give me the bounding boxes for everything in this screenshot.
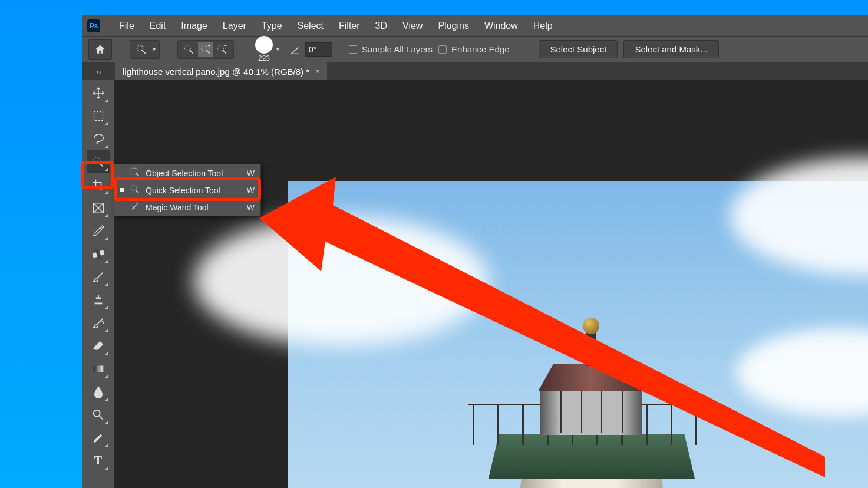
new-selection-icon[interactable]	[181, 42, 197, 57]
home-icon	[94, 44, 106, 55]
home-button[interactable]	[88, 39, 112, 60]
object-selection-icon	[130, 167, 140, 179]
menu-select[interactable]: Select	[291, 18, 331, 34]
angle-icon	[289, 43, 302, 56]
menu-window[interactable]: Window	[477, 18, 525, 34]
pen-tool[interactable]	[87, 426, 110, 449]
flyout-quick-selection[interactable]: Quick Selection Tool W	[114, 182, 260, 199]
chevron-down-icon: ▾	[153, 46, 156, 52]
flyout-label: Quick Selection Tool	[146, 186, 242, 195]
brush-size-label: 223	[258, 54, 270, 62]
tools-panel: T	[82, 80, 114, 488]
menu-view[interactable]: View	[395, 18, 430, 34]
menu-bar: Ps File Edit Image Layer Type Select Fil…	[82, 15, 868, 36]
expand-panels-handle[interactable]: ››	[82, 62, 115, 80]
menu-type[interactable]: Type	[255, 18, 289, 34]
enhance-edge-label: Enhance Edge	[451, 44, 509, 54]
flyout-label: Magic Wand Tool	[146, 203, 242, 212]
dodge-tool[interactable]	[87, 403, 110, 426]
close-tab-icon[interactable]: ×	[315, 67, 320, 76]
svg-rect-4	[94, 111, 103, 120]
eyedropper-tool[interactable]	[87, 219, 110, 242]
eraser-tool[interactable]	[87, 334, 110, 357]
options-bar: ▾ 223 ▾ Sample All Layers Enhance Edg	[82, 36, 868, 62]
history-brush-tool[interactable]	[87, 311, 110, 334]
blur-tool[interactable]	[87, 380, 110, 403]
menu-file[interactable]: File	[112, 18, 141, 34]
magic-wand-icon	[130, 201, 140, 213]
checkbox-icon	[438, 45, 447, 54]
flyout-object-selection[interactable]: Object Selection Tool W	[114, 164, 260, 182]
menu-layer[interactable]: Layer	[216, 18, 253, 34]
crop-tool[interactable]	[87, 173, 110, 196]
add-to-selection-icon[interactable]	[198, 42, 213, 57]
brush-preview-icon	[255, 36, 273, 54]
svg-rect-9	[93, 365, 103, 372]
gradient-tool[interactable]	[87, 357, 110, 380]
flyout-shortcut: W	[247, 203, 255, 212]
spot-healing-tool[interactable]	[87, 242, 110, 265]
active-indicator-icon	[120, 188, 124, 192]
brush-tool[interactable]	[87, 265, 110, 288]
document-title: lighthouse vertical pano.jpg @ 40.1% (RG…	[123, 67, 309, 77]
flyout-shortcut: W	[247, 169, 255, 178]
document-image	[288, 181, 868, 488]
brush-angle-control[interactable]	[289, 42, 332, 57]
menu-plugins[interactable]: Plugins	[431, 18, 476, 34]
menu-edit[interactable]: Edit	[143, 18, 173, 34]
selection-mode-group	[177, 40, 234, 59]
sample-all-layers-label: Sample All Layers	[362, 44, 433, 54]
flyout-label: Object Selection Tool	[146, 169, 242, 178]
enhance-edge-checkbox[interactable]: Enhance Edge	[438, 44, 509, 54]
document-tab[interactable]: lighthouse vertical pano.jpg @ 40.1% (RG…	[115, 62, 327, 80]
photoshop-window: Ps File Edit Image Layer Type Select Fil…	[82, 15, 868, 488]
lasso-tool[interactable]	[87, 127, 110, 150]
menu-image[interactable]: Image	[174, 18, 214, 34]
menu-filter[interactable]: Filter	[332, 18, 367, 34]
canvas[interactable]	[114, 80, 868, 488]
main-area: T	[82, 80, 868, 488]
document-tab-bar: ›› lighthouse vertical pano.jpg @ 40.1% …	[82, 62, 868, 80]
marquee-tool[interactable]	[87, 104, 110, 127]
svg-point-10	[93, 410, 100, 416]
frame-tool[interactable]	[87, 196, 110, 219]
menu-help[interactable]: Help	[526, 18, 560, 34]
clone-stamp-tool[interactable]	[87, 288, 110, 311]
subtract-from-selection-icon[interactable]	[214, 42, 230, 57]
type-tool[interactable]: T	[87, 449, 110, 472]
flyout-shortcut: W	[247, 186, 255, 195]
select-subject-button[interactable]: Select Subject	[539, 40, 618, 58]
move-tool[interactable]	[87, 81, 110, 104]
quick-selection-icon	[134, 42, 149, 57]
chevron-down-icon: ▾	[276, 46, 279, 52]
flyout-magic-wand[interactable]: Magic Wand Tool W	[114, 199, 260, 216]
tool-preset-picker[interactable]: ▾	[130, 40, 160, 59]
select-and-mask-button[interactable]: Select and Mask...	[623, 40, 718, 58]
quick-selection-icon	[130, 184, 140, 196]
brush-picker[interactable]: 223 ▾	[252, 40, 283, 59]
checkbox-icon	[349, 45, 357, 54]
photoshop-logo-icon: Ps	[87, 19, 100, 32]
brush-angle-input[interactable]	[305, 42, 332, 57]
selection-tool-flyout: Object Selection Tool W Quick Selection …	[114, 164, 261, 216]
quick-selection-tool[interactable]	[87, 150, 110, 173]
sample-all-layers-checkbox[interactable]: Sample All Layers	[349, 44, 433, 54]
menu-3d[interactable]: 3D	[368, 18, 394, 34]
